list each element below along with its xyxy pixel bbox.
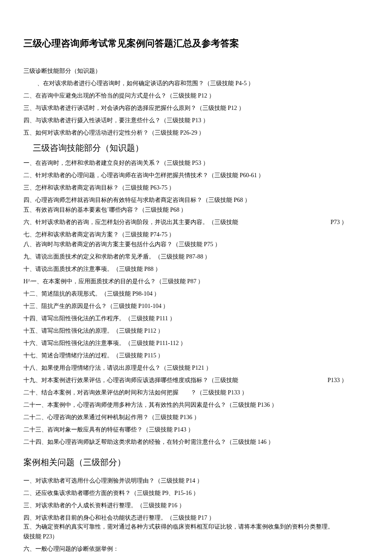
s2-item-14: 十四、请写出阳性强化法的工作程序。（三级技能 P111 ） [23, 314, 369, 323]
s2-item-21: 二十一、本案例中，心理咨询师使用多种方法，其有效性的共同因素是什么？（三级技能 … [23, 400, 369, 409]
s2-item-23: 二十三、咨询对象一般应具有的特征有哪些？（三级技能 P143 ） [23, 425, 369, 434]
s1-item-4: 四、与该求助者进行摄入性谈话时，要注意些什么？（三级技能 P13 ） [23, 116, 369, 125]
s1-item-3: 三、与该求助者进行谈话时，对会谈内容的选择应把握什么原则？（三级技能 P12 ） [23, 104, 369, 112]
s2-item-15: 十五、请写出阳性强化法的原理。（三级技能 P112 ） [23, 326, 369, 335]
s2-item-17: 十七、简述合理情绪疗法的过程。（三级技能 P115 ） [23, 351, 369, 360]
s2-item-16: 十六、请写出阳性强化法的注意事项。（三级技能 P111-112 ） [23, 339, 369, 348]
s2-item-19-page: P133 ） [328, 376, 369, 385]
s2-item-8: 八、咨询时与求助者商定的咨询方案主要包括什么内容？（三级技能 P75 ） [23, 240, 369, 249]
s2-item-22: 二十二、心理咨询的效果通过何种机制起作用？（三级技能 P136 ） [23, 413, 369, 422]
s3-item-1: 一、对该求助者可选用什么心理测验并说明理由？（三级技能 P14 ） [23, 476, 369, 485]
s2-item-19-text: 十九、对本案例进行效果评估，心理咨询师应该选择哪些维度或指标？（三级技能 [23, 376, 238, 385]
s3-item-4: 四、对该求助者目前的身心和社会功能状态进行整理。（三级技能 P17 ） [23, 513, 369, 522]
section3-heading: 案例相关问题（三级部分） [23, 456, 369, 469]
s1-item-5: 五、如何对该求助者的心理活动进行定性分析？（三级技能 P26-29 ） [23, 128, 369, 137]
s2-item-6: 六、针对该求助者的咨询，应怎样划分咨询阶段，并说出其主要内容。（三级技能 P73… [23, 218, 369, 227]
doc-title: 三级心理咨询师考试常见案例问答题汇总及参考答案 [23, 36, 369, 50]
s2-item-10: 十、请说出面质技术的注意事项。（三级技能 P88 ） [23, 265, 369, 273]
s2-item-2: 二、针对求助者的心理问题，心理咨询师在咨询中怎样把握共情技术？（三级技能 P60… [23, 171, 369, 180]
s1-item-1: 、在对该求助者进行心理咨询时，如何确定谈话的内容和范围？（三级技能 P4-5 ） [23, 79, 369, 88]
s1-item-2: 二、在咨询中应避免出现的不恰当的提问方式是什么？（三级技能 P12 ） [23, 91, 369, 100]
section2-heading: 三级咨询技能部分（知识题） [33, 141, 369, 154]
s3-item-5b: 级技能 P23） [23, 532, 369, 541]
s2-item-6-page: P73 ） [331, 218, 369, 227]
section1-heading: 三级诊断技能部分（知识题） [23, 66, 369, 75]
s3-item-5: 五、为确定资料的真实可靠性，需对通过各种方式获得的临床资料相互印证比较，请将本案… [23, 522, 369, 531]
s2-item-1: 一、在咨询时，怎样和求助者建立良好的咨询关系？（三级技能 P53 ） [23, 158, 369, 167]
s2-item-6-text: 六、针对该求助者的咨询，应怎样划分咨询阶段，并说出其主要内容。（三级技能 [23, 218, 238, 227]
s3-item-3: 三、对该求助者的个人成长资料进行整理。（三级技能 P16 ） [23, 501, 369, 510]
s2-item-7: 七、怎样和该求助者商定咨询方案？（三级技能 P74-75 ） [23, 230, 369, 239]
s2-item-5: 五、有效咨询目标的基本要素包´哪些内容？（三级技能 P68 ） [23, 205, 369, 214]
s2-item-9: 九、请说出面质技术的定义和求助者的常见矛盾。（三级技能 P87-88 ） [23, 252, 369, 261]
s3-item-6: 六、一般心理问题的诊断依据举例： [23, 544, 369, 553]
s2-item-3: 三、怎样和该求助者商定咨询目标？（三级技能 P63-75 ） [23, 183, 369, 192]
s3-item-2: 二、还应收集该求助者哪些方面的资料？（三级技能 P9、P15-16 ） [23, 489, 369, 497]
s2-item-11: H^一、在本案例中，应用面质技术的目的是什么？（三级技能 P87 ） [23, 277, 369, 286]
s2-item-19: 十九、对本案例进行效果评估，心理咨询师应该选择哪些维度或指标？（三级技能 P13… [23, 376, 369, 385]
s2-item-12: 十二、简述阻抗的表现形式。（三级技能 P98-104 ） [23, 289, 369, 298]
s2-item-24: 二十四、如果心理咨询师缺乏帮助这类求助者的经验，在转介时需注意什么？（三级技能 … [23, 437, 369, 446]
s2-item-20: 二十、结合本案例，对咨询效果评估的时间和方法如何把握 ？（三级技能 P133 ） [23, 388, 369, 397]
s2-item-4: 四、心理咨询师怎样就咨询目标的有效特征与求助者商定咨询目标？（三级技能 P68 … [23, 196, 369, 204]
s2-item-13: 十三、阻抗产生的原因是什么？（三级技能 P101-104 ） [23, 302, 369, 311]
s2-item-18: 十八、如果使用合理情绪疗法，请说出原理是什么？（三级技能 P121 ） [23, 363, 369, 372]
